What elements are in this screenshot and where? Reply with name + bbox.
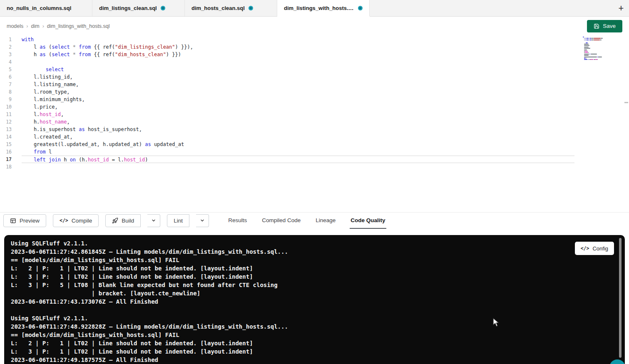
- lint-button-group: Lint: [167, 214, 209, 227]
- minimap-line: [585, 40, 586, 40]
- minimap[interactable]: [583, 37, 608, 66]
- line-number: 5: [0, 66, 22, 73]
- code-text: select: [22, 66, 574, 73]
- build-label: Build: [122, 218, 134, 224]
- save-icon: [594, 23, 599, 29]
- line-number: 18: [0, 163, 22, 171]
- save-button[interactable]: Save: [587, 20, 622, 32]
- line-number: 16: [0, 148, 22, 156]
- code-text: l.minimum_nights,: [22, 96, 574, 103]
- lint-options-button[interactable]: [196, 214, 209, 227]
- build-button-group: Build: [105, 214, 160, 227]
- build-button[interactable]: Build: [105, 214, 141, 227]
- breadcrumb-item[interactable]: dim: [31, 23, 39, 29]
- code-line[interactable]: 18: [0, 163, 629, 171]
- minimap-line: [584, 48, 590, 49]
- code-line[interactable]: 12 h.host_name,: [0, 118, 629, 126]
- lint-label: Lint: [174, 218, 183, 224]
- code-text: l as (select * from {{ ref("dim_listings…: [22, 43, 574, 51]
- minimap-line: [588, 59, 588, 60]
- code-line[interactable]: 2 l as (select * from {{ ref("dim_listin…: [0, 43, 629, 51]
- line-number: 11: [0, 111, 22, 118]
- minimap-line: [583, 37, 584, 37]
- line-number: 12: [0, 118, 22, 126]
- code-line[interactable]: 11 l.host_id,: [0, 111, 629, 118]
- code-line[interactable]: 15 greatest(l.updated_at, h.updated_at) …: [0, 141, 629, 148]
- minimap-line: [589, 54, 590, 54]
- line-number: 17: [0, 156, 22, 163]
- panel-tab-code-quality[interactable]: Code Quality: [350, 213, 386, 229]
- editor-scrollbar-marker: [624, 102, 628, 103]
- preview-button[interactable]: Preview: [3, 214, 46, 227]
- editor-tab[interactable]: dim_listings_with_hosts.sql: [277, 0, 370, 16]
- terminal-output: Using SQLFluff v2.1.1. 2023-06-06T11:27:…: [11, 239, 618, 364]
- panel-tab-compiled-code[interactable]: Compiled Code: [261, 213, 301, 229]
- minimap-line: [584, 50, 587, 50]
- minimap-line: [594, 40, 599, 40]
- tab-label: dim_listings_with_hosts.sql: [284, 5, 354, 11]
- minimap-line: [584, 54, 589, 54]
- code-editor[interactable]: 1with2 l as (select * from {{ ref("dim_l…: [0, 35, 629, 212]
- code-text: h.is_superhost as host_is_superhost,: [22, 126, 574, 133]
- code-text: left join h on (h.host_id = l.host_id): [22, 156, 574, 163]
- code-line[interactable]: 1with: [0, 36, 629, 43]
- new-tab-button[interactable]: +: [613, 0, 629, 16]
- code-text: l.listing_name,: [22, 81, 574, 88]
- minimap-line: [589, 38, 591, 39]
- panel-tab-lineage[interactable]: Lineage: [315, 213, 336, 229]
- line-number: 7: [0, 81, 22, 88]
- line-number: 3: [0, 51, 22, 58]
- minimap-line: [584, 57, 597, 57]
- open-file-tabs: no_nulls_in_columns.sqldim_listings_clea…: [0, 0, 370, 16]
- code-line[interactable]: 6 l.listing_id,: [0, 73, 629, 81]
- code-line[interactable]: 14 l.created_at,: [0, 133, 629, 141]
- minimap-line: [589, 59, 589, 60]
- line-number: 9: [0, 96, 22, 103]
- code-line[interactable]: 7 l.listing_name,: [0, 81, 629, 88]
- panel-tab-results[interactable]: Results: [227, 213, 248, 229]
- code-line[interactable]: 5 select: [0, 66, 629, 73]
- code-line[interactable]: 10 l.price,: [0, 103, 629, 111]
- chevron-down-icon: [200, 218, 205, 223]
- minimap-line: [588, 52, 589, 53]
- code-line[interactable]: 16 from l: [0, 148, 629, 156]
- breadcrumb-item[interactable]: models: [7, 23, 23, 29]
- minimap-line: [586, 58, 587, 59]
- code-text: greatest(l.updated_at, h.updated_at) as …: [22, 141, 574, 148]
- minimap-line: [591, 59, 593, 60]
- code-line[interactable]: 8 l.room_type,: [0, 88, 629, 96]
- build-options-button[interactable]: [147, 214, 160, 227]
- breadcrumb-item[interactable]: dim_listings_with_hosts.sql: [47, 23, 110, 29]
- editor-tab[interactable]: dim_hosts_clean.sql: [185, 0, 277, 16]
- minimap-line: [584, 45, 589, 46]
- code-line[interactable]: 9 l.minimum_nights,: [0, 96, 629, 103]
- editor-tab[interactable]: dim_listings_clean.sql: [92, 0, 185, 16]
- code-line[interactable]: 13 h.is_superhost as host_is_superhost,: [0, 126, 629, 133]
- tab-label: dim_hosts_clean.sql: [191, 5, 245, 11]
- save-label: Save: [603, 23, 616, 29]
- code-line[interactable]: 3 h as (select * from {{ ref("dim_hosts_…: [0, 51, 629, 58]
- config-button[interactable]: </> Config: [575, 242, 614, 255]
- compile-button[interactable]: </> Compile: [53, 214, 99, 227]
- code-text: [22, 58, 574, 66]
- terminal-scrollbar[interactable]: [619, 238, 622, 358]
- minimap-line: [585, 52, 588, 53]
- line-number: 8: [0, 88, 22, 96]
- line-number: 1: [0, 36, 22, 43]
- code-text: from l: [22, 148, 574, 156]
- lint-button[interactable]: Lint: [167, 214, 189, 227]
- minimap-line: [594, 38, 601, 39]
- code-line[interactable]: 4: [0, 58, 629, 66]
- code-line[interactable]: 17 left join h on (h.host_id = l.host_id…: [0, 156, 629, 163]
- minimap-line: [586, 42, 588, 43]
- minimap-line: [600, 40, 602, 40]
- line-number: 2: [0, 43, 22, 51]
- breadcrumb-separator: ›: [26, 23, 28, 29]
- compile-label: Compile: [72, 218, 92, 224]
- unsaved-changes-dot: [161, 6, 165, 10]
- editor-tab[interactable]: no_nulls_in_columns.sql: [0, 0, 92, 16]
- code-text: l.listing_id,: [22, 73, 574, 81]
- code-text: h as (select * from {{ ref("dim_hosts_cl…: [22, 51, 574, 58]
- code-lines: 1with2 l as (select * from {{ ref("dim_l…: [0, 36, 629, 171]
- minimap-line: [584, 58, 585, 59]
